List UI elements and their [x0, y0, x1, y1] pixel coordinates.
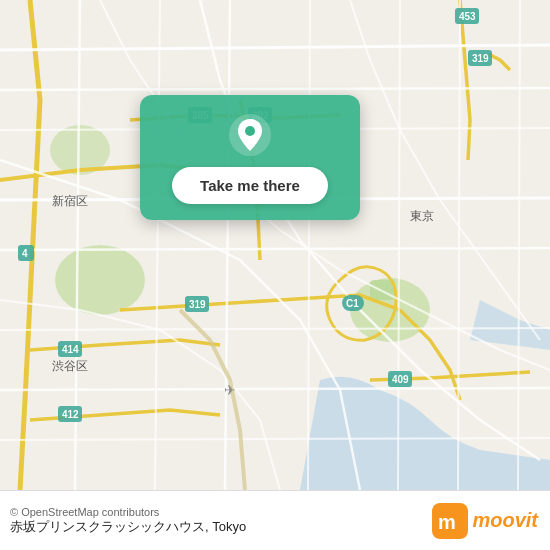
svg-text:C1: C1 [346, 298, 359, 309]
svg-text:渋谷区: 渋谷区 [52, 359, 88, 373]
moovit-logo: m moovit [432, 503, 538, 539]
svg-text:319: 319 [189, 299, 206, 310]
svg-text:409: 409 [392, 374, 409, 385]
take-me-there-button[interactable]: Take me there [172, 167, 328, 204]
location-popup: Take me there [140, 95, 360, 220]
svg-text:4: 4 [22, 248, 28, 259]
svg-text:412: 412 [62, 409, 79, 420]
svg-point-30 [245, 126, 255, 136]
bottom-info: © OpenStreetMap contributors 赤坂プリンスクラッシッ… [10, 506, 246, 536]
svg-point-1 [55, 245, 145, 315]
location-name: 赤坂プリンスクラッシックハウス, Tokyo [10, 518, 246, 536]
svg-text:新宿区: 新宿区 [52, 194, 88, 208]
svg-text:453: 453 [459, 11, 476, 22]
map-container: 新宿区 渋谷区 東京 305 302 4 319 319 453 414 412… [0, 0, 550, 490]
svg-text:東京: 東京 [410, 209, 434, 223]
svg-text:414: 414 [62, 344, 79, 355]
bottom-bar: © OpenStreetMap contributors 赤坂プリンスクラッシッ… [0, 490, 550, 550]
svg-text:319: 319 [472, 53, 489, 64]
moovit-brand-text: moovit [472, 509, 538, 532]
location-pin-icon [228, 113, 272, 157]
copyright-text: © OpenStreetMap contributors [10, 506, 246, 518]
moovit-icon: m [432, 503, 468, 539]
svg-text:✈: ✈ [224, 382, 236, 398]
svg-text:m: m [438, 511, 456, 533]
